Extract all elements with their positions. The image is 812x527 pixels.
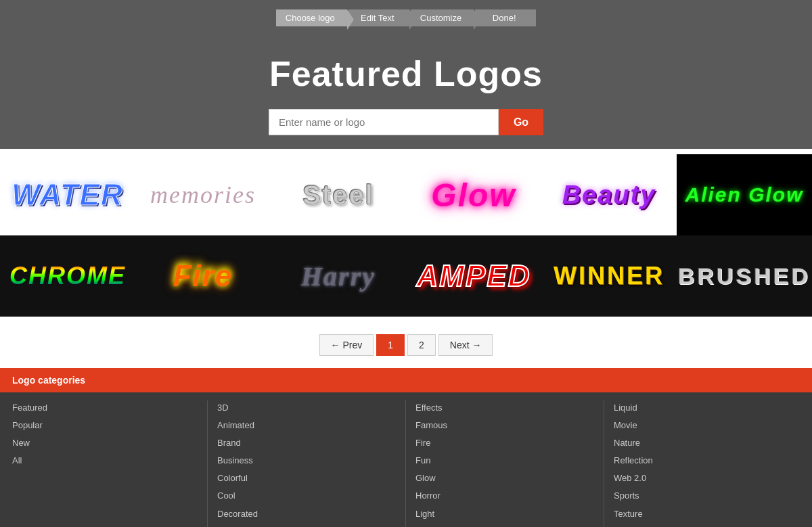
search-input[interactable] (269, 109, 499, 135)
cat-column-2: Effects Famous Fire Fun Glow Horror Ligh… (406, 400, 604, 527)
breadcrumb-nav: Choose logo Edit Text Customize Done! (0, 0, 812, 33)
breadcrumb-choose-logo[interactable]: Choose logo (276, 9, 347, 26)
cat-link-texture[interactable]: Texture (614, 507, 793, 522)
cat-link-reflection[interactable]: Reflection (614, 453, 793, 468)
cat-link-brand[interactable]: Brand (217, 436, 396, 451)
logo-cell-water[interactable]: WATER (0, 154, 135, 235)
search-button[interactable]: Go (499, 109, 543, 135)
cat-link-colorful[interactable]: Colorful (217, 471, 396, 486)
logo-grid: WATER memories Steel Glow Beauty Alien G… (0, 154, 812, 317)
cat-link-decorated[interactable]: Decorated (217, 507, 396, 522)
logo-cell-winner[interactable]: WINNER (541, 235, 677, 317)
cat-link-nature[interactable]: Nature (614, 436, 793, 451)
logo-grid-section: WATER memories Steel Glow Beauty Alien G… (0, 149, 812, 322)
logo-label-memories: memories (150, 181, 256, 209)
cat-link-movie[interactable]: Movie (614, 418, 793, 433)
cat-link-featured[interactable]: Featured (12, 400, 198, 415)
breadcrumb-done[interactable]: Done! (475, 9, 536, 26)
cat-link-other[interactable]: Other (614, 524, 793, 527)
cat-link-sports[interactable]: Sports (614, 488, 793, 503)
page-title: Featured Logos (0, 53, 812, 94)
logo-cell-glow[interactable]: Glow (406, 154, 541, 235)
cat-link-3d[interactable]: 3D (217, 400, 396, 415)
cat-link-light[interactable]: Light (415, 507, 594, 522)
logo-cell-brushed[interactable]: BRUSHED (677, 235, 812, 317)
cat-link-popular[interactable]: Popular (12, 418, 198, 433)
logo-cell-amped[interactable]: AMPED (406, 235, 541, 317)
logo-label-beauty: Beauty (562, 181, 656, 210)
prev-button[interactable]: ← Prev (319, 334, 374, 356)
logo-cell-chrome[interactable]: CHROME (0, 235, 135, 317)
logo-label-alien: Alien Glow (685, 183, 803, 206)
logo-cell-memories[interactable]: memories (135, 154, 271, 235)
logo-label-water: WATER (12, 178, 124, 212)
cat-link-horror[interactable]: Horror (415, 488, 594, 503)
cat-link-all[interactable]: All (12, 453, 198, 468)
logo-label-chrome: CHROME (9, 262, 126, 290)
logo-cell-steel[interactable]: Steel (271, 154, 406, 235)
logo-label-amped: AMPED (417, 259, 531, 293)
cat-column-0: Featured Popular New All (9, 400, 208, 527)
breadcrumb-edit-text[interactable]: Edit Text (348, 9, 409, 26)
cat-link-fun[interactable]: Fun (415, 453, 594, 468)
logo-label-fire: Fire (173, 259, 233, 293)
cat-link-business[interactable]: Business (217, 453, 396, 468)
logo-cell-fire[interactable]: Fire (135, 235, 271, 317)
categories-header: Logo categories (0, 368, 812, 392)
logo-label-winner: WINNER (554, 262, 664, 290)
logo-label-harry: Harry (301, 260, 376, 292)
cat-link-fire[interactable]: Fire (415, 436, 594, 451)
cat-link-web2[interactable]: Web 2.0 (614, 471, 793, 486)
cat-link-effects[interactable]: Effects (415, 400, 594, 415)
cat-link-liquid[interactable]: Liquid (614, 400, 793, 415)
logo-label-brushed: BRUSHED (678, 263, 811, 290)
page-2-button[interactable]: 2 (407, 334, 436, 356)
logo-cell-alien[interactable]: Alien Glow (677, 154, 812, 235)
hero-section: Featured Logos Go (0, 33, 812, 149)
cat-link-glow[interactable]: Glow (415, 471, 594, 486)
logo-label-glow: Glow (431, 177, 516, 214)
cat-column-3: Liquid Movie Nature Reflection Web 2.0 S… (604, 400, 803, 527)
categories-grid: Featured Popular New All 3D Animated Bra… (0, 392, 812, 527)
cat-link-animated[interactable]: Animated (217, 418, 396, 433)
logo-cell-beauty[interactable]: Beauty (541, 154, 677, 235)
logo-cell-harry[interactable]: Harry (271, 235, 406, 317)
page-1-button[interactable]: 1 (376, 334, 405, 356)
cat-link-cool[interactable]: Cool (217, 488, 396, 503)
logo-label-steel: Steel (302, 180, 374, 210)
categories-section: Logo categories Featured Popular New All… (0, 368, 812, 527)
cat-link-famous[interactable]: Famous (415, 418, 594, 433)
cat-link-new[interactable]: New (12, 436, 198, 451)
pagination: ← Prev 1 2 Next → (0, 322, 812, 368)
breadcrumb-customize[interactable]: Customize (411, 9, 474, 26)
cat-column-1: 3D Animated Brand Business Colorful Cool… (208, 400, 406, 527)
next-button[interactable]: Next → (438, 334, 493, 356)
search-bar: Go (0, 109, 812, 135)
